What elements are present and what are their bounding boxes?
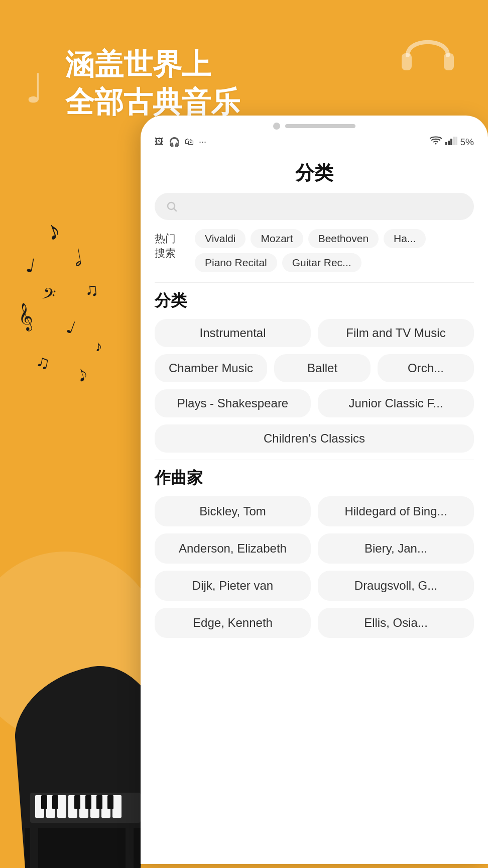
composer-dijk[interactable]: Dijk, Pieter van [155,571,311,601]
tag-guitar-rec[interactable]: Guitar Rec... [282,253,361,272]
category-row-2: Chamber Music Ballet Orch... [155,354,474,382]
categories-section-title: 分类 [141,284,488,319]
svg-rect-15 [57,795,66,818]
composer-biery[interactable]: Biery, Jan... [318,533,474,564]
composer-row-3: Dijk, Pieter van Draugsvoll, G... [155,571,474,601]
svg-rect-32 [453,137,455,145]
category-shakespeare[interactable]: Plays - Shakespeare [155,389,311,417]
svg-rect-28 [126,828,134,868]
page-title: 分类 [141,151,488,193]
svg-text:𝅘𝅥𝅮: 𝅘𝅥𝅮 [77,367,88,382]
category-row-4: Children's Classics [155,424,474,453]
svg-text:♩: ♩ [64,317,78,338]
phone-pill [285,124,355,128]
category-film-tv[interactable]: Film and TV Music [318,319,474,347]
hot-search-row: 热门搜索 Vivaldi Mozart Beethoven Ha... Pian… [155,229,474,272]
hero-title-line1: 涵盖世界上 [65,45,240,83]
category-row-1: Instrumental Film and TV Music [155,319,474,347]
composer-hildegard[interactable]: Hildegard of Bing... [318,496,474,526]
more-icon: ··· [199,137,206,147]
svg-rect-29 [445,142,447,145]
category-ballet[interactable]: Ballet [274,354,371,382]
divider-2 [155,460,474,460]
svg-text:♫: ♫ [34,351,52,374]
composer-bickley[interactable]: Bickley, Tom [155,496,311,526]
composer-edge[interactable]: Edge, Kenneth [155,608,311,638]
svg-rect-30 [448,141,450,145]
svg-rect-31 [450,139,452,145]
hot-tags-container: Vivaldi Mozart Beethoven Ha... Piano Rec… [195,229,474,272]
svg-text:♫: ♫ [84,279,99,300]
signal-icon [445,136,457,148]
composers-section-title: 作曲家 [141,461,488,496]
svg-rect-21 [41,795,47,809]
svg-rect-23 [74,795,80,809]
tag-piano-recital[interactable]: Piano Recital [195,253,277,272]
category-instrumental[interactable]: Instrumental [155,319,311,347]
category-orch[interactable]: Orch... [378,354,474,382]
tag-mozart[interactable]: Mozart [251,229,303,248]
svg-text:♪: ♪ [42,214,64,246]
svg-rect-26 [107,795,113,809]
hot-search-section: 热门搜索 Vivaldi Mozart Beethoven Ha... Pian… [141,229,488,279]
svg-rect-27 [30,828,38,868]
svg-rect-24 [85,795,91,809]
status-bar: 🖼 🎧 🛍 ··· [141,134,488,151]
composer-row-4: Edge, Kenneth Ellis, Osia... [155,608,474,638]
tag-vivaldi[interactable]: Vivaldi [195,229,246,248]
svg-rect-33 [455,137,457,145]
category-junior-classic[interactable]: Junior Classic F... [318,389,474,417]
search-icon [166,200,178,212]
tag-beethoven[interactable]: Beethoven [308,229,379,248]
category-childrens-classics[interactable]: Children's Classics [155,424,474,453]
wifi-icon [429,136,442,148]
headset-icon: 🎧 [169,137,180,148]
battery-text: 5% [460,137,474,148]
image-icon: 🖼 [155,137,164,147]
status-icons-right: 5% [429,136,474,148]
svg-text:♪: ♪ [93,337,103,355]
category-row-3: Plays - Shakespeare Junior Classic F... [155,389,474,417]
music-note-deco: ♩ [25,65,44,112]
bag-icon: 🛍 [185,137,194,147]
svg-rect-25 [96,795,102,809]
svg-rect-0 [402,53,412,70]
composer-draugsvoll[interactable]: Draugsvoll, G... [318,571,474,601]
music-notes-decoration: ♪ ♩ 𝅗𝅥 𝄢 ♫ 𝄞 ♩ ♪ ♫ 𝅘𝅥𝅮 [10,211,141,402]
status-icons-left: 🖼 🎧 🛍 ··· [155,137,206,148]
search-bar[interactable] [155,193,474,220]
composer-anderson[interactable]: Anderson, Elizabeth [155,533,311,564]
category-chamber[interactable]: Chamber Music [155,354,267,382]
composer-row-2: Anderson, Elizabeth Biery, Jan... [155,533,474,564]
svg-rect-20 [112,795,121,818]
svg-text:𝄞: 𝄞 [15,301,36,333]
tag-ha[interactable]: Ha... [384,229,426,248]
hero-title: 涵盖世界上 全部古典音乐 [65,45,240,121]
hot-tags-row-1: Vivaldi Mozart Beethoven Ha... [195,229,474,248]
phone-camera [273,123,280,130]
svg-rect-1 [444,53,454,70]
svg-text:♩: ♩ [25,255,37,277]
composer-row-1: Bickley, Tom Hildegard of Bing... [155,496,474,526]
svg-text:𝄢: 𝄢 [39,284,58,308]
svg-rect-22 [52,795,58,809]
composer-grid: Bickley, Tom Hildegard of Bing... Anders… [141,496,488,638]
phone-topbar [141,116,488,134]
category-grid: Instrumental Film and TV Music Chamber M… [141,319,488,453]
composer-ellis[interactable]: Ellis, Osia... [318,608,474,638]
divider [155,282,474,283]
svg-text:𝅗𝅥: 𝅗𝅥 [73,248,82,267]
headphone-icon [398,20,458,75]
hot-search-label: 热门搜索 [155,229,195,261]
hot-tags-row-2: Piano Recital Guitar Rec... [195,253,474,272]
phone-mockup: 🖼 🎧 🛍 ··· [141,116,488,864]
